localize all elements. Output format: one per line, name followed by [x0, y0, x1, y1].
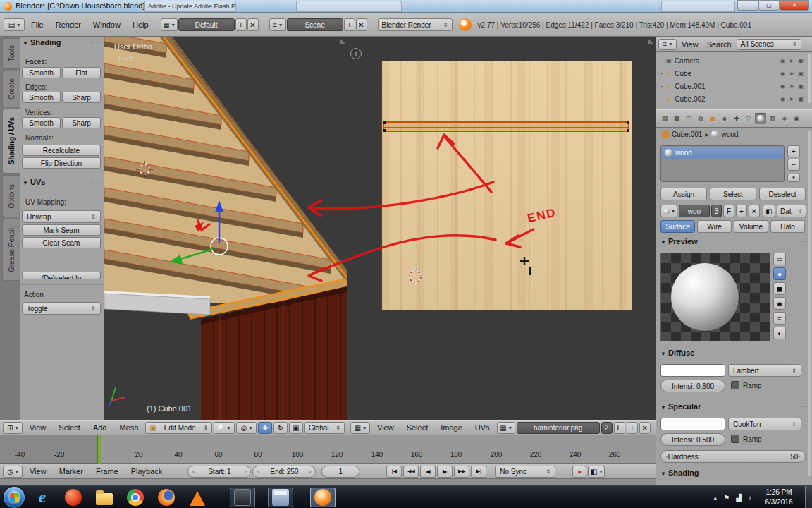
scene-browse-button[interactable]: ≡▾ — [269, 18, 286, 31]
selectable-icon[interactable]: ➤ — [789, 83, 799, 90]
preview-cube-button[interactable]: ◼ — [773, 282, 786, 295]
editor-type-button[interactable]: ▤▾ — [4, 18, 25, 31]
timeline-ruler[interactable]: -40 -20 0 20 40 60 80 100 120 140 160 18… — [0, 435, 656, 464]
selectable-icon[interactable]: ➤ — [789, 71, 799, 77]
eye-icon[interactable]: ◉ — [780, 58, 789, 64]
outliner-scrollbar[interactable] — [808, 54, 811, 103]
tab-world[interactable]: ◍ — [695, 113, 706, 124]
vertices-smooth-button[interactable]: Smooth — [22, 117, 61, 128]
breadcrumb-object[interactable]: Cube.001 — [672, 131, 702, 138]
material-name-field[interactable]: woo — [679, 205, 710, 217]
type-volume-button[interactable]: Volume — [734, 220, 768, 233]
eye-icon[interactable]: ◉ — [780, 96, 789, 102]
collapsed-uv-island-2[interactable] — [529, 267, 531, 275]
shelf-tab-grease-pencil[interactable]: Grease Pencil — [2, 219, 20, 281]
play-reverse-button[interactable]: ◀ — [420, 466, 436, 478]
diffuse-shader-select[interactable]: Lambert⇕ — [728, 364, 801, 377]
hardness-slider[interactable]: ‹Hardness:50› — [660, 450, 806, 463]
preview-sky-button[interactable]: ◐ — [773, 327, 786, 339]
pivot-select[interactable]: ◎▾ — [236, 422, 257, 434]
menu-view[interactable]: View — [24, 467, 52, 476]
fake-user-button[interactable]: F — [723, 205, 734, 217]
tab-render[interactable]: ▤ — [659, 113, 670, 124]
edges-sharp-button[interactable]: Sharp — [62, 92, 101, 103]
manipulator-rotate-toggle[interactable]: ↻ — [273, 422, 288, 434]
assign-button[interactable]: Assign — [660, 188, 707, 200]
remove-slot-button[interactable]: − — [787, 159, 800, 171]
editor-type-button[interactable]: ≡▾ — [658, 39, 677, 50]
manipulator-translate-toggle[interactable]: ✚ — [258, 422, 272, 434]
area-resize-grip[interactable] — [648, 38, 654, 44]
menu-add[interactable]: Add — [87, 423, 113, 432]
menu-select[interactable]: Select — [53, 423, 86, 432]
disclosure-icon[interactable]: · — [660, 83, 663, 90]
unlink-material-button[interactable]: ✕ — [749, 205, 760, 217]
specular-ramp-checkbox[interactable]: Ramp — [731, 435, 762, 443]
selectable-icon[interactable]: ➤ — [789, 96, 799, 102]
show-hidden-icons-button[interactable]: ▴ — [713, 494, 717, 502]
region-expand-button[interactable]: + — [350, 48, 362, 59]
material-link-select[interactable]: Dat⇕ — [777, 205, 806, 217]
tab-object[interactable]: ◼ — [707, 113, 718, 124]
screen-layout-browse-button[interactable]: ▦▾ — [161, 18, 178, 31]
menu-uvs[interactable]: UVs — [469, 423, 496, 432]
increment-icon[interactable]: › — [309, 468, 312, 475]
tab-physics[interactable]: ◉ — [791, 113, 802, 124]
jump-to-start-button[interactable]: |◀ — [386, 466, 402, 478]
diffuse-panel-header[interactable]: ▼ Diffuse ···· — [660, 349, 807, 357]
menu-mesh[interactable]: Mesh — [113, 423, 144, 432]
viewport-shading-select[interactable]: ▾ — [214, 422, 235, 434]
background-window-tab[interactable] — [661, 1, 735, 12]
uv-vertex[interactable] — [627, 121, 629, 124]
record-button[interactable]: ● — [572, 466, 586, 478]
render-icon[interactable]: ▣ — [798, 96, 808, 102]
taskbar-blender-active[interactable] — [310, 488, 336, 507]
shelf-tab-tools[interactable]: Tools — [2, 38, 20, 69]
3d-viewport[interactable]: User Ortho Feet (1) Cube.001 — [104, 37, 347, 420]
faces-flat-button[interactable]: Flat — [62, 67, 101, 78]
diffuse-color-swatch[interactable] — [660, 364, 725, 377]
sync-mode-select[interactable]: No Sync⇕ — [495, 466, 555, 478]
outliner-row-cube-002[interactable]: · ▲ Cube.002 ◉➤▣ — [656, 92, 812, 105]
properties-scrollbar[interactable] — [808, 131, 811, 476]
preview-hair-button[interactable]: ≈ — [773, 312, 786, 325]
taskbar-ie[interactable]: e — [30, 488, 55, 507]
render-icon[interactable]: ▣ — [798, 71, 808, 77]
background-window-tab[interactable] — [296, 1, 402, 12]
tab-texture[interactable]: ▨ — [767, 113, 778, 124]
preview-monkey-button[interactable]: ☻ — [773, 297, 786, 310]
tab-render-layers[interactable]: ▩ — [671, 113, 682, 124]
tab-scene[interactable]: ◫ — [683, 113, 694, 124]
minimize-button[interactable]: — — [737, 0, 758, 11]
shelf-tab-options[interactable]: Options — [2, 175, 20, 217]
clipped-shelf-button[interactable]: (De)select In — [22, 272, 101, 279]
material-browse-button[interactable]: ▾ — [660, 205, 677, 217]
mode-select[interactable]: ▣Edit Mode⇕ — [145, 422, 212, 434]
shading-panel-header[interactable]: ▼ Shading ···· — [23, 38, 102, 47]
increment-icon[interactable]: › — [798, 454, 800, 460]
shelf-tab-create[interactable]: Create — [2, 71, 20, 107]
disclosure-icon[interactable]: · — [660, 57, 663, 65]
background-window-tab[interactable]: Adobe - Update Adobe Flash Pl... — [144, 1, 236, 12]
menu-view[interactable]: View — [371, 423, 400, 432]
menu-render[interactable]: Render — [50, 20, 87, 29]
unlink-image-button[interactable]: ✕ — [639, 422, 651, 434]
outliner-filter-select[interactable]: All Scenes⇕ — [737, 39, 801, 50]
restrict-icons[interactable]: ◉➤▣ — [780, 71, 808, 77]
close-button[interactable]: ✕ — [780, 0, 809, 11]
menu-file[interactable]: File — [25, 20, 49, 29]
delete-layout-button[interactable]: ✕ — [247, 18, 259, 31]
diffuse-ramp-checkbox[interactable]: Ramp — [731, 381, 762, 389]
increment-icon[interactable]: › — [245, 468, 247, 475]
faces-smooth-button[interactable]: Smooth — [22, 67, 61, 78]
menu-view[interactable]: View — [24, 423, 52, 432]
selectable-icon[interactable]: ➤ — [789, 58, 799, 64]
toggle-menu[interactable]: Toggle⇕ — [22, 302, 101, 315]
previous-keyframe-button[interactable]: ◀◀ — [403, 466, 419, 478]
specular-intensity-slider[interactable]: Intensi: 0.500 — [660, 433, 725, 446]
edges-smooth-button[interactable]: Smooth — [22, 92, 61, 103]
material-slot-active[interactable]: wood. — [662, 147, 783, 159]
play-button[interactable]: ▶ — [437, 466, 453, 478]
fake-user-button[interactable]: F — [614, 422, 625, 434]
flip-direction-button[interactable]: Flip Direction — [22, 157, 101, 169]
